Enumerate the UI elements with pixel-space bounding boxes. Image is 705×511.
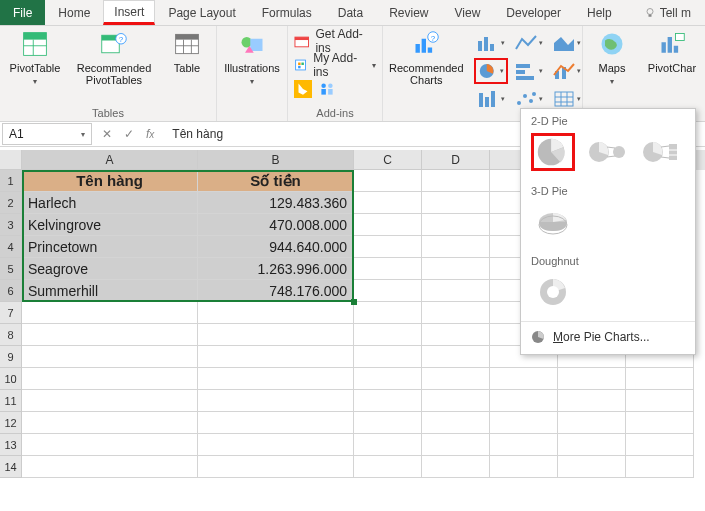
fill-handle[interactable] <box>351 299 357 305</box>
cell[interactable] <box>354 280 422 302</box>
cell[interactable] <box>354 412 422 434</box>
illustrations-button[interactable]: Illustrations▾ <box>223 30 281 88</box>
cell[interactable] <box>490 434 558 456</box>
cell[interactable] <box>354 390 422 412</box>
cell[interactable] <box>626 456 694 478</box>
cell[interactable]: Số tiền <box>198 170 354 192</box>
area-chart-button[interactable]: ▾ <box>550 30 584 56</box>
cell[interactable] <box>490 368 558 390</box>
cell[interactable]: Summerhill <box>22 280 198 302</box>
maps-button[interactable]: Maps▾ <box>589 30 635 88</box>
cell[interactable] <box>22 412 198 434</box>
cell[interactable] <box>626 434 694 456</box>
cell[interactable] <box>22 346 198 368</box>
cell[interactable] <box>422 302 490 324</box>
cell[interactable] <box>354 236 422 258</box>
cell[interactable] <box>422 412 490 434</box>
row-header[interactable]: 8 <box>0 324 22 346</box>
cell[interactable]: Princetown <box>22 236 198 258</box>
cell[interactable] <box>354 302 422 324</box>
cell[interactable]: 129.483.360 <box>198 192 354 214</box>
cell[interactable] <box>626 368 694 390</box>
cell[interactable]: 470.008.000 <box>198 214 354 236</box>
pivotchart-button[interactable]: PivotChar <box>645 30 699 74</box>
cell[interactable]: 1.263.996.000 <box>198 258 354 280</box>
row-header[interactable]: 5 <box>0 258 22 280</box>
cell[interactable] <box>422 192 490 214</box>
pie-2d-option[interactable] <box>531 133 575 171</box>
cell[interactable] <box>626 412 694 434</box>
doughnut-option[interactable] <box>531 273 575 311</box>
cell[interactable] <box>558 456 626 478</box>
cell[interactable] <box>198 412 354 434</box>
cell[interactable] <box>198 434 354 456</box>
tab-help[interactable]: Help <box>574 0 625 25</box>
cell[interactable] <box>422 456 490 478</box>
bar-chart-button[interactable]: ▾ <box>512 58 546 84</box>
cell[interactable] <box>22 324 198 346</box>
cell[interactable] <box>422 170 490 192</box>
row-header[interactable]: 6 <box>0 280 22 302</box>
table-button[interactable]: Table <box>164 30 210 74</box>
cell[interactable] <box>422 214 490 236</box>
row-header[interactable]: 2 <box>0 192 22 214</box>
cell[interactable] <box>422 258 490 280</box>
col-header-A[interactable]: A <box>22 150 198 170</box>
tab-data[interactable]: Data <box>325 0 376 25</box>
cell[interactable] <box>422 236 490 258</box>
enter-formula-icon[interactable]: ✓ <box>124 127 134 141</box>
tab-insert[interactable]: Insert <box>103 0 155 25</box>
pivottable-button[interactable]: PivotTable▾ <box>6 30 64 88</box>
cell[interactable]: Seagrove <box>22 258 198 280</box>
cell[interactable] <box>354 434 422 456</box>
more-pie-charts[interactable]: More Pie Charts... <box>521 324 695 350</box>
cell[interactable] <box>354 346 422 368</box>
cell[interactable] <box>490 456 558 478</box>
column-chart-button[interactable]: ▾ <box>474 30 508 56</box>
row-header[interactable]: 12 <box>0 412 22 434</box>
tab-review[interactable]: Review <box>376 0 441 25</box>
row-header[interactable]: 11 <box>0 390 22 412</box>
cell[interactable] <box>354 368 422 390</box>
cell[interactable] <box>422 390 490 412</box>
fx-icon[interactable]: fx <box>146 127 154 141</box>
col-header-B[interactable]: B <box>198 150 354 170</box>
row-header[interactable]: 1 <box>0 170 22 192</box>
cell[interactable] <box>354 192 422 214</box>
cell[interactable] <box>558 390 626 412</box>
cell[interactable] <box>22 456 198 478</box>
cell[interactable]: Harlech <box>22 192 198 214</box>
row-header[interactable]: 7 <box>0 302 22 324</box>
tab-file[interactable]: File <box>0 0 45 25</box>
row-header[interactable]: 14 <box>0 456 22 478</box>
pie-of-pie-option[interactable] <box>585 133 629 171</box>
row-header[interactable]: 3 <box>0 214 22 236</box>
people-graph-icon[interactable] <box>318 80 336 98</box>
cell[interactable] <box>354 324 422 346</box>
cell[interactable] <box>198 390 354 412</box>
row-header[interactable]: 13 <box>0 434 22 456</box>
col-header-D[interactable]: D <box>422 150 490 170</box>
cell[interactable] <box>198 368 354 390</box>
get-addins-button[interactable]: Get Add-ins <box>294 30 376 52</box>
cell[interactable] <box>558 368 626 390</box>
combo-chart-button[interactable]: ▾ <box>550 58 584 84</box>
cell[interactable] <box>354 214 422 236</box>
cell[interactable]: Kelvingrove <box>22 214 198 236</box>
cell[interactable] <box>422 368 490 390</box>
cell[interactable] <box>558 434 626 456</box>
recommended-pivottables-button[interactable]: ? Recommended PivotTables <box>74 30 154 86</box>
select-all-corner[interactable] <box>0 150 22 170</box>
cell[interactable] <box>22 368 198 390</box>
row-header[interactable]: 10 <box>0 368 22 390</box>
statistic-chart-button[interactable]: ▾ <box>474 86 508 112</box>
cell[interactable] <box>198 456 354 478</box>
line-chart-button[interactable]: ▾ <box>512 30 546 56</box>
cell[interactable] <box>490 412 558 434</box>
col-header-C[interactable]: C <box>354 150 422 170</box>
cell[interactable] <box>490 390 558 412</box>
bing-maps-icon[interactable] <box>294 80 312 98</box>
cell[interactable] <box>198 346 354 368</box>
cell[interactable] <box>558 412 626 434</box>
tab-developer[interactable]: Developer <box>493 0 574 25</box>
